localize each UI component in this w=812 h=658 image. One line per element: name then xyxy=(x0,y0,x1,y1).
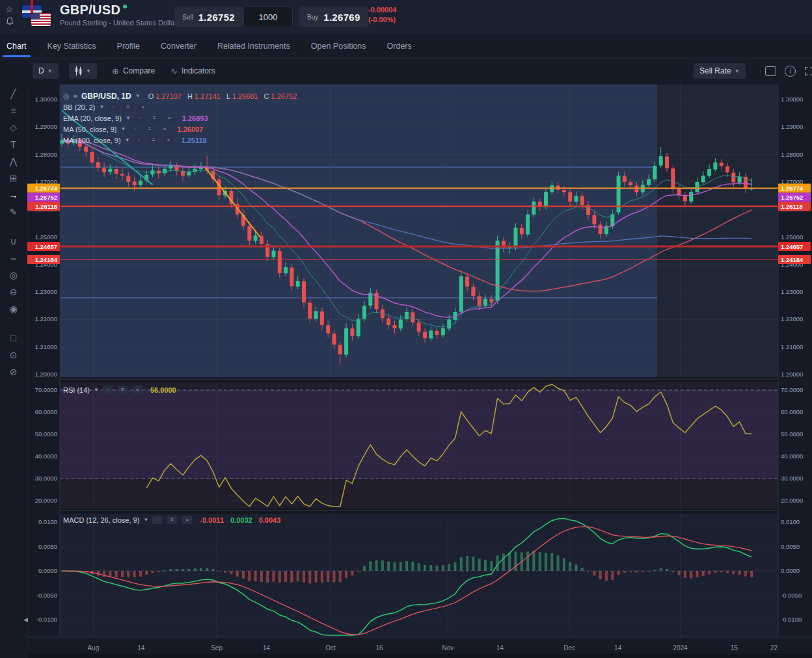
collapse-panel-arrow[interactable]: ◀ xyxy=(23,616,28,623)
price-tick-label: 60.0000 xyxy=(35,408,57,415)
instrument-tabs: Chart Key Statistics Profile Converter R… xyxy=(0,34,812,59)
tab-chart[interactable]: Chart xyxy=(5,35,28,57)
price-tick-label: 1.25000 xyxy=(35,233,57,241)
price-change: -0.00004 (-0.00%) xyxy=(368,5,396,25)
eye-icon[interactable]: ◦ xyxy=(108,103,118,111)
quantity-input[interactable]: 1000 xyxy=(243,7,293,27)
indicator-label[interactable]: BB (20, 2) xyxy=(63,103,96,111)
price-tick-label: -0.0050 xyxy=(36,592,57,599)
macd-label[interactable]: MACD (12, 26, close, 9) xyxy=(63,516,139,524)
eye-icon[interactable]: ◦ xyxy=(129,125,139,133)
instrument-subtitle: Pound Sterling - United States Dollar xyxy=(60,19,177,27)
price-tick-label: 1.23000 xyxy=(781,288,803,295)
gear-icon[interactable]: ≡ xyxy=(118,386,128,394)
magnet-icon[interactable]: ∪ xyxy=(5,235,22,247)
close-icon[interactable]: × xyxy=(182,516,192,524)
close-icon[interactable]: × xyxy=(138,103,148,111)
favorite-star-icon[interactable]: ☆ xyxy=(5,4,14,14)
alerts-bell-icon[interactable] xyxy=(5,17,14,28)
tab-open-positions[interactable]: Open Positions xyxy=(310,35,368,57)
legend-menu-icon[interactable]: ≡ xyxy=(74,92,77,100)
remove-drawings-icon[interactable]: ⊘ xyxy=(5,365,22,378)
arrow-tool-icon[interactable]: → xyxy=(5,189,22,201)
price-tick-label: 1.30000 xyxy=(781,96,803,103)
compare-icon: ⊕ xyxy=(112,66,119,76)
price-tick-label: 0.0000 xyxy=(38,567,57,574)
close-icon[interactable]: × xyxy=(159,125,169,133)
close-icon[interactable]: × xyxy=(133,386,142,394)
compare-label: Compare xyxy=(123,66,155,75)
price-tick-label: 20.0000 xyxy=(781,497,803,504)
chevron-down-icon: ▼ xyxy=(100,104,105,110)
tab-key-statistics[interactable]: Key Statistics xyxy=(46,35,98,57)
tab-orders[interactable]: Orders xyxy=(386,35,413,57)
gann-tools-icon[interactable]: ◇ xyxy=(5,121,22,133)
price-tick-label: 0.0000 xyxy=(781,567,800,574)
brush-tool-icon[interactable]: ✎ xyxy=(5,205,22,218)
sell-rate-dropdown[interactable]: Sell Rate▼ xyxy=(694,63,746,79)
buy-button[interactable]: Buy 1.26769 xyxy=(299,7,368,27)
indicator-label[interactable]: EMA (20, close, 9) xyxy=(63,114,122,122)
gear-icon[interactable]: ≡ xyxy=(123,103,133,111)
price-tick-label: 1.21000 xyxy=(35,343,57,350)
gear-icon[interactable]: ≡ xyxy=(150,114,159,122)
gear-icon[interactable]: ≡ xyxy=(144,125,154,133)
hide-drawings-icon[interactable]: ◉ xyxy=(5,302,22,315)
visibility-icon[interactable]: ◎ xyxy=(63,92,70,100)
price-tick-label: -0.0050 xyxy=(781,592,802,599)
indicator-label[interactable]: MA (50, close, 9) xyxy=(63,125,117,133)
sell-price: 1.26752 xyxy=(198,12,235,23)
sell-button[interactable]: Sell 1.26752 xyxy=(174,7,243,27)
change-percent: (-0.00%) xyxy=(368,15,396,25)
chart-canvas[interactable]: 1.300001.300001.290001.290001.280001.280… xyxy=(27,83,812,658)
tab-related-instruments[interactable]: Related Instruments xyxy=(216,35,291,57)
trend-line-icon[interactable]: ╱ xyxy=(5,87,22,99)
compare-button[interactable]: ⊕ Compare xyxy=(112,63,155,79)
chevron-down-icon: ▼ xyxy=(126,115,131,121)
sell-label: Sell xyxy=(182,14,193,21)
interval-dropdown[interactable]: D▼ xyxy=(33,63,59,79)
svg-text:1.24184: 1.24184 xyxy=(781,256,804,263)
lock-icon[interactable]: ⊖ xyxy=(5,285,22,298)
price-tick-label: 1.22000 xyxy=(781,315,803,322)
price-tick-label: -0.0100 xyxy=(36,616,57,623)
indicator-value: 1.26893 xyxy=(182,114,208,122)
price-tick-label: 40.0000 xyxy=(35,453,57,460)
tab-profile[interactable]: Profile xyxy=(116,35,141,57)
time-axis-label: Aug xyxy=(87,644,99,651)
chart-type-dropdown[interactable]: ▼ xyxy=(69,63,97,79)
time-axis-label: 14 xyxy=(496,644,504,651)
indicator-value: 1.26007 xyxy=(177,125,203,133)
snapshot-icon xyxy=(765,66,776,76)
eye-icon[interactable]: ◦ xyxy=(152,516,162,524)
indicator-label[interactable]: MA (100, close, 9) xyxy=(63,137,121,144)
fib-retracement-icon[interactable]: ≡ xyxy=(5,104,22,116)
time-axis-label: 16 xyxy=(376,644,384,651)
pin-icon[interactable]: ⊙ xyxy=(5,349,22,361)
gear-icon[interactable]: ≡ xyxy=(149,136,159,144)
gear-icon[interactable]: ≡ xyxy=(167,516,177,524)
eye-icon[interactable]: ◦ xyxy=(103,386,113,394)
time-axis-label: 22 xyxy=(770,644,778,651)
eye-icon[interactable]: ◦ xyxy=(134,136,144,144)
snapshot-button[interactable] xyxy=(765,63,776,79)
tab-converter[interactable]: Converter xyxy=(159,35,198,57)
indicators-button[interactable]: ∿ Indicators xyxy=(170,63,215,79)
forecast-tool-icon[interactable]: ⊞ xyxy=(5,172,22,184)
close-icon[interactable]: × xyxy=(164,136,174,144)
price-tick-label: 1.29000 xyxy=(35,123,57,130)
svg-text:1.26774: 1.26774 xyxy=(781,185,804,192)
svg-text:1.24657: 1.24657 xyxy=(781,243,803,250)
rsi-label[interactable]: RSI (14) xyxy=(63,386,90,394)
legend-symbol[interactable]: GBP/USD, 1D xyxy=(81,92,131,101)
pattern-tool-icon[interactable]: ⋀ xyxy=(5,155,22,167)
text-tool-icon[interactable]: T xyxy=(5,138,22,150)
eye-icon[interactable]: ◦ xyxy=(135,114,144,122)
close-icon[interactable]: × xyxy=(165,114,174,122)
chart-info-button[interactable]: i xyxy=(785,63,796,79)
price-tick-label: 70.0000 xyxy=(781,386,803,393)
fullscreen-button[interactable] xyxy=(804,63,812,79)
ruler-icon[interactable]: □ xyxy=(5,332,22,344)
zoom-icon[interactable]: ◎ xyxy=(5,269,22,281)
measure-icon[interactable]: ⇔ xyxy=(5,252,22,264)
